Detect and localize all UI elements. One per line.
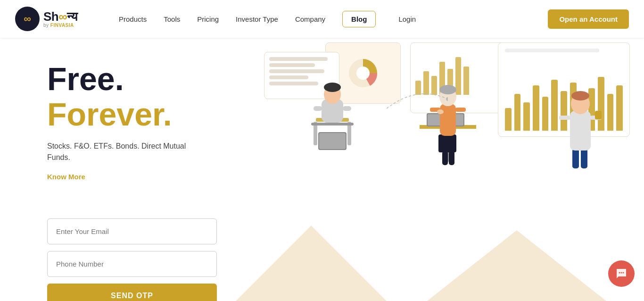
svg-rect-6 (311, 123, 354, 125)
signup-form: SEND OTP (47, 218, 217, 301)
chart-bar (607, 94, 614, 131)
mountain-left (236, 226, 387, 301)
chart-bar (533, 85, 539, 131)
logo-icon (15, 7, 40, 31)
left-panel: Free. Forever. Stocks. F&O. ETFs. Bonds.… (0, 38, 236, 301)
svg-rect-24 (455, 108, 466, 112)
send-otp-button[interactable]: SEND OTP (47, 284, 217, 301)
svg-rect-30 (570, 111, 591, 150)
headline-free: Free. (47, 61, 207, 97)
logo-text: Sh∞न्य by FINVASIA (43, 10, 77, 28)
logo: Sh∞न्य by FINVASIA (15, 7, 100, 31)
svg-point-37 (621, 272, 622, 274)
chart-bar (505, 108, 512, 131)
svg-point-35 (571, 91, 589, 100)
logo-by: by FINVASIA (43, 23, 77, 28)
svg-point-10 (324, 83, 341, 92)
svg-rect-29 (581, 149, 587, 168)
chart-bar (523, 102, 530, 131)
chat-icon (615, 267, 628, 280)
svg-rect-13 (314, 106, 322, 111)
chart-bar (514, 94, 521, 131)
svg-rect-20 (449, 151, 454, 165)
email-input[interactable] (47, 218, 217, 244)
svg-rect-12 (319, 133, 346, 149)
svg-point-36 (619, 272, 620, 274)
right-illustration (236, 38, 644, 301)
svg-rect-14 (343, 106, 351, 111)
chart-title-line (505, 49, 599, 52)
know-more-link[interactable]: Know More (47, 173, 85, 181)
person-sitting (297, 57, 368, 156)
nav-investor-type[interactable]: Investor Type (236, 15, 278, 23)
chart-bar (542, 97, 549, 131)
nav-login[interactable]: Login (398, 15, 416, 23)
logo-name: Sh∞न्य (43, 10, 77, 23)
nav-blog-button[interactable]: Blog (342, 11, 376, 27)
headline-forever: Forever. (47, 97, 207, 132)
navbar: Sh∞न्य by FINVASIA Products Tools Pricin… (0, 0, 644, 38)
nav-pricing[interactable]: Pricing (197, 15, 219, 23)
svg-point-2 (446, 97, 448, 101)
mountain-right (427, 230, 606, 301)
nav-tools[interactable]: Tools (164, 15, 180, 23)
open-account-button[interactable]: Open an Account (548, 9, 629, 29)
svg-rect-19 (442, 151, 448, 165)
chart-bar (616, 85, 623, 131)
svg-rect-31 (559, 116, 570, 120)
svg-rect-28 (572, 149, 579, 168)
nav-company[interactable]: Company (295, 15, 325, 23)
hero-subtext: Stocks. F&O. ETFs. Bonds. Direct Mutual … (47, 141, 207, 163)
svg-rect-33 (595, 111, 602, 119)
nav-links: Products Tools Pricing Investor Type Com… (119, 11, 538, 27)
phone-input[interactable] (47, 251, 217, 277)
person-standing-right (554, 57, 606, 170)
nav-products[interactable]: Products (119, 15, 147, 23)
svg-rect-21 (438, 134, 456, 152)
connector-svg (387, 85, 448, 113)
dashboard-area (273, 42, 644, 222)
chat-bubble[interactable] (608, 260, 635, 287)
svg-point-38 (623, 272, 624, 274)
main-content: Free. Forever. Stocks. F&O. ETFs. Bonds.… (0, 38, 644, 301)
